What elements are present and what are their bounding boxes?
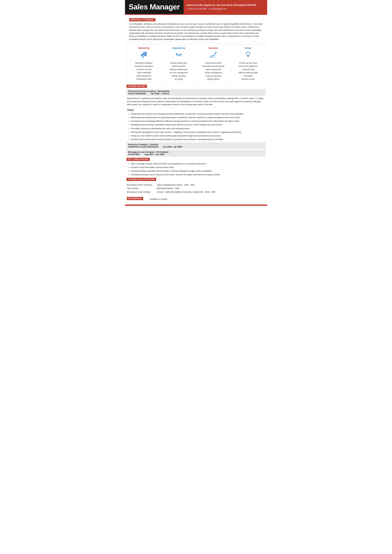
list-item: Presentation skills bbox=[128, 77, 160, 81]
svg-point-7 bbox=[246, 52, 250, 55]
svg-line-12 bbox=[246, 52, 246, 52]
list-item: Commercial judgement bbox=[232, 65, 264, 68]
job-role-line-financial: SALES MANAGER Apr 2009 – Present bbox=[128, 92, 264, 95]
duty-item: Driving and managing the entire sales pr… bbox=[131, 131, 266, 134]
svg-point-3 bbox=[176, 54, 178, 55]
list-item: Increasing revenue growth bbox=[198, 65, 229, 68]
competency-item: Constantly looking at way to improve per… bbox=[131, 173, 266, 176]
list-item: Account management bbox=[163, 71, 194, 74]
competencies-list: Able to manage complex sales processes a… bbox=[126, 162, 266, 177]
negotiating-icon bbox=[163, 51, 194, 60]
career-history-section: CAREER HISTORY Financial Services Compan… bbox=[126, 85, 266, 156]
job-dates: Jan 2009 - Apr 2009 bbox=[163, 145, 182, 148]
list-item: High energy levels bbox=[198, 68, 229, 71]
list-item: Marketing campaigns bbox=[128, 65, 160, 68]
qual-institution-0: Birmingham North University: bbox=[127, 183, 155, 187]
list-item: Selling creatively bbox=[163, 74, 194, 77]
job-dates: Apr 2009 – Present bbox=[151, 92, 169, 95]
duty-item: Maximising sales performance through del… bbox=[131, 116, 266, 119]
job-title: Sales Manager bbox=[129, 3, 180, 11]
qual-row-1: City & Guilds: Marketing Diploma - 2004 bbox=[127, 187, 265, 190]
svg-line-11 bbox=[250, 52, 250, 52]
competency-item: Able to manage complex sales processes a… bbox=[131, 162, 266, 166]
section-label-personal: PERSONAL STATEMENT bbox=[129, 18, 155, 21]
skill-list-negotiating: Strong closing skills Influencing skills… bbox=[163, 62, 194, 81]
list-item: Marketing strategies bbox=[128, 62, 160, 65]
duty-item: Acting as a role model for junior staff … bbox=[131, 134, 266, 138]
qual-detail-0: Sales & Marketing BA (Hons) - 2004 - 200… bbox=[157, 183, 195, 187]
svg-rect-8 bbox=[247, 56, 249, 57]
dynamic-icon bbox=[198, 51, 229, 60]
svg-rect-6 bbox=[210, 57, 216, 58]
skill-col-dynamic: Dynamic Entrepreneurial flair Increasing… bbox=[196, 44, 231, 83]
skills-grid: Marketing Marketing strategies Marketing… bbox=[126, 44, 266, 83]
qual-row-2: Birmingham South College: A levels - Mat… bbox=[127, 190, 265, 194]
key-competencies-section: KEY COMPETENCIES Able to manage complex … bbox=[126, 158, 266, 177]
svg-point-4 bbox=[180, 54, 181, 55]
personal-statement-text: An enthusiastic, ambitious and professio… bbox=[129, 23, 263, 41]
personal-statement-section: PERSONAL STATEMENT An enthusiastic, ambi… bbox=[126, 16, 266, 43]
contact-phone-email: T: 0044 121 638 0026 - E: info@dayjob.co… bbox=[187, 7, 264, 11]
personal-statement-label: PERSONAL STATEMENT bbox=[129, 18, 263, 23]
references-section: REFERENCES Available on request bbox=[126, 196, 266, 202]
svg-rect-9 bbox=[248, 57, 249, 57]
list-item: Effective planning skills bbox=[232, 71, 264, 74]
job-dates: Aug 2007 - Jan 2009 bbox=[144, 153, 164, 156]
svg-rect-2 bbox=[143, 56, 144, 58]
duties-list: Generating new business by leveraging ex… bbox=[126, 112, 266, 141]
list-item: Innovative bbox=[232, 74, 264, 77]
duty-item: Identifying and developing sustainable r… bbox=[131, 123, 266, 126]
skill-title-dynamic: Dynamic bbox=[198, 47, 229, 49]
list-item: Sales orientated bbox=[128, 71, 160, 74]
job-header-insurance: Insurance Company - Coventry ASSISTANT S… bbox=[126, 142, 266, 149]
job-role: SALES REP bbox=[128, 153, 140, 156]
smart-icon bbox=[232, 51, 264, 60]
skill-col-smart: Smart Coming up with ideas Commercial ju… bbox=[231, 44, 266, 83]
competency-item: Strong marketing orientation with the ab… bbox=[131, 169, 266, 173]
competency-item: Excellent verbal and written communicati… bbox=[131, 166, 266, 169]
list-item: Up-selling bbox=[163, 77, 194, 81]
list-item: Business sense bbox=[232, 77, 264, 81]
qual-detail-1: Marketing Diploma - 2004 bbox=[157, 187, 180, 190]
job-role: ASSISTANT SALES MANAGER bbox=[128, 145, 158, 148]
qualifications-table: Birmingham North University: Sales & Mar… bbox=[126, 182, 266, 195]
job-title-block: Sales Manager bbox=[125, 0, 184, 14]
contact-block: Deborah Smith, Dayjob Ltd, 120 Vyse Stre… bbox=[184, 0, 267, 14]
list-item: Writing reports bbox=[198, 77, 229, 81]
section-label-career: CAREER HISTORY bbox=[126, 85, 147, 88]
duty-item: Recruiting, training and developing new … bbox=[131, 127, 266, 130]
list-item: Building relationships bbox=[163, 68, 194, 71]
qual-detail-2: A levels - Maths (B) English (A) Busines… bbox=[157, 190, 215, 194]
skill-col-marketing: Marketing Marketing strategies Marketing… bbox=[127, 44, 161, 83]
duty-item: Generating new business by leveraging ex… bbox=[131, 112, 266, 116]
marketing-icon bbox=[128, 51, 160, 60]
page-header: Sales Manager Deborah Smith, Dayjob Ltd,… bbox=[125, 0, 267, 14]
section-label-qualifications: ACADEMI QUALIFICATIONS bbox=[126, 178, 156, 181]
list-item: Customer focused bbox=[128, 68, 160, 71]
red-divider-bottom bbox=[125, 205, 267, 206]
qual-institution-1: City & Guilds: bbox=[127, 187, 155, 190]
duty-item: Ensuring staff comply with all company p… bbox=[131, 138, 266, 141]
email: E: info@dayjob.com bbox=[208, 7, 227, 10]
job-role: SALES MANAGER bbox=[128, 92, 146, 95]
skill-col-negotiating: Negotiating Strong closing skills Influe… bbox=[161, 44, 196, 83]
skill-list-dynamic: Entrepreneurial flair Increasing revenue… bbox=[198, 62, 229, 81]
skill-title-smart: Smart bbox=[232, 47, 264, 49]
section-label-competencies: KEY COMPETENCIES bbox=[126, 158, 150, 161]
section-label-references: REFERENCES bbox=[127, 197, 143, 200]
job-header-financial: Financial Services Company - Birmingham … bbox=[126, 89, 266, 96]
list-item: Brand awareness bbox=[128, 74, 160, 77]
references-text: Available on request bbox=[149, 198, 167, 200]
list-item: Influencing skills bbox=[163, 65, 194, 68]
list-item: Entrepreneurial flair bbox=[198, 62, 229, 65]
job-description-financial: Responsible for organising and leading a… bbox=[126, 96, 266, 107]
list-item: Business planning bbox=[198, 74, 229, 77]
duties-label: Duties bbox=[126, 108, 135, 112]
duty-item: Developing and maintaining efficient & e… bbox=[131, 119, 266, 123]
skill-title-negotiating: Negotiating bbox=[163, 47, 194, 49]
list-item: Coming up with ideas bbox=[232, 62, 264, 65]
red-divider-top bbox=[125, 14, 267, 15]
list-item: People management bbox=[198, 71, 229, 74]
list-item: Strong closing skills bbox=[163, 62, 194, 65]
job-header-mortgage: Mortgage & Loan Company - Birmingham SAL… bbox=[126, 150, 266, 157]
